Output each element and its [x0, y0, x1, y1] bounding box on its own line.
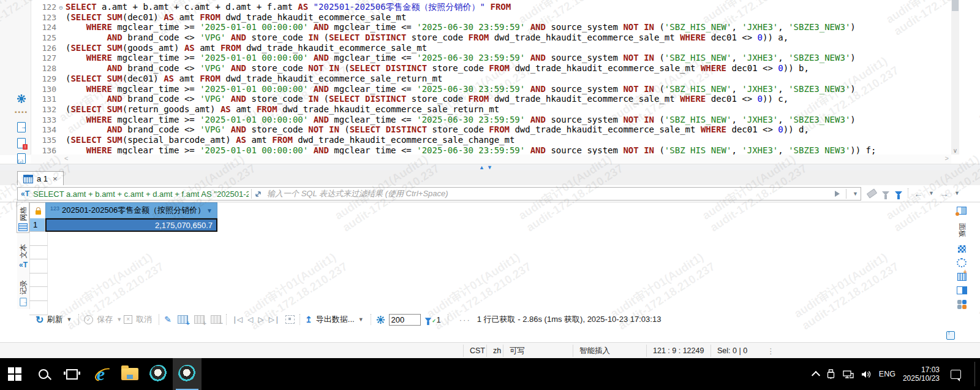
editor-left-toolbar: ▪▪▪▪	[0, 0, 31, 155]
go-to-row-icon[interactable]	[285, 315, 295, 324]
memory-status-icon[interactable]	[946, 331, 955, 340]
back-caret-icon[interactable]: ▼	[929, 190, 934, 196]
divider	[251, 189, 252, 199]
next-row-icon[interactable]: ▷	[258, 315, 263, 324]
record-view-label: 记录	[18, 280, 29, 294]
forward-arrow-icon[interactable]: →	[940, 188, 949, 199]
grid-empty-row	[29, 259, 48, 273]
editor-vertical-scrollbar[interactable]: ∨	[951, 0, 959, 155]
line-number: 132	[31, 105, 56, 115]
add-row-icon[interactable]	[178, 315, 188, 324]
sql-code-area[interactable]: 122⊖SELECT a.amt + b.amt + c.amt + d.amt…	[31, 2, 951, 155]
status-bar: CST zh 可写 智能插入 121 : 9 : 12249 Sel: 0 | …	[0, 342, 980, 359]
first-row-icon[interactable]: ❘◁	[232, 315, 242, 324]
scroll-down-icon[interactable]: ∨	[951, 147, 959, 155]
export-caret-icon[interactable]: ▼	[358, 316, 364, 323]
execute-script-icon[interactable]	[16, 121, 27, 132]
divider	[448, 314, 448, 325]
search-button[interactable]	[29, 358, 58, 390]
line-number: 122	[31, 2, 56, 13]
start-button[interactable]	[0, 358, 29, 390]
grid-column-header[interactable]: 123 202501-202506零售金额（按照分销价） ▼	[45, 202, 217, 218]
fetch-settings-gear-icon[interactable]	[376, 315, 385, 324]
internet-explorer-button[interactable]: e	[86, 358, 115, 390]
tray-expand-icon[interactable]	[812, 370, 820, 379]
sql-expression-icon: «T	[21, 189, 29, 198]
line-number: 135	[31, 136, 56, 146]
export-data-button[interactable]: 导出数据...	[316, 314, 355, 325]
dbeaver-button[interactable]	[144, 358, 173, 390]
script-error-icon[interactable]	[16, 137, 27, 148]
save-caret-icon[interactable]: ▼	[116, 316, 122, 323]
grid-row-header[interactable]: 1	[29, 218, 45, 232]
calc-panel-icon[interactable]	[957, 273, 967, 280]
last-row-icon[interactable]: ▷❘	[269, 315, 279, 324]
save-button[interactable]: 保存	[97, 314, 113, 325]
filter-settings-icon[interactable]	[882, 191, 889, 196]
clock[interactable]: 17:03 2025/10/23	[903, 365, 940, 383]
previous-row-icon[interactable]: ◁	[247, 315, 252, 324]
results-tab-a1[interactable]: a 1 ×	[17, 171, 64, 186]
tab-record-view[interactable]: 记录	[17, 277, 29, 307]
sql-editor[interactable]: ▪▪▪▪ 122⊖SELECT a.amt + b.amt + c.amt + …	[0, 0, 980, 164]
input-language-indicator[interactable]: ENG	[879, 370, 895, 378]
time: 17:03	[921, 365, 940, 374]
expand-icon[interactable]	[254, 190, 262, 198]
dbeaver-active-button[interactable]	[173, 358, 202, 390]
filter-input[interactable]: «T SELECT a.amt + b.amt + c.amt + d.amt …	[17, 187, 861, 201]
grid-corner-cell[interactable]	[29, 202, 47, 220]
back-arrow-icon[interactable]: ←	[914, 188, 923, 199]
code-line: 122⊖SELECT a.amt + b.amt + c.amt + d.amt…	[31, 2, 951, 12]
metadata-panel-icon[interactable]	[957, 286, 967, 294]
delete-row-icon[interactable]	[211, 315, 221, 324]
fetch-size-input[interactable]	[389, 314, 421, 326]
tab-text-view[interactable]: 文本 «T	[17, 241, 29, 269]
value-view-icon[interactable]	[958, 245, 966, 253]
writable-cell: 可写	[503, 345, 573, 357]
close-icon[interactable]: ×	[53, 174, 58, 183]
forward-caret-icon[interactable]: ▼	[954, 190, 960, 196]
speaker-icon[interactable]	[861, 370, 872, 379]
filter-history-caret-icon[interactable]: ▼	[853, 191, 858, 197]
cancel-button[interactable]: 取消	[136, 314, 152, 325]
statusbar-overflow-icon[interactable]: ⋮	[767, 346, 775, 356]
file-explorer-button[interactable]	[115, 358, 144, 390]
results-tabbar: a 1 ×	[0, 170, 980, 186]
fetch-all-funnel-icon[interactable]	[424, 318, 431, 321]
dbeaver-sql-editor-screen: ▪▪▪▪ 122⊖SELECT a.amt + b.amt + c.amt + …	[0, 0, 980, 390]
cursor-position-cell[interactable]: 121 : 9 : 12249	[646, 345, 710, 357]
folder-icon	[121, 368, 138, 380]
tab-grid-view[interactable]: 网格	[17, 202, 29, 233]
text-view-label: 文本	[18, 243, 29, 258]
action-center-icon[interactable]	[951, 370, 961, 379]
grid-value-cell[interactable]: 2,175,070,650.7	[45, 218, 217, 232]
refresh-icon[interactable]: ↻	[36, 314, 43, 326]
gear-icon[interactable]	[16, 93, 27, 104]
clear-filter-icon[interactable]	[867, 188, 877, 198]
script-record-icon[interactable]	[16, 153, 27, 164]
grid-empty-row	[29, 232, 48, 246]
refresh-button[interactable]: 刷新	[47, 314, 62, 325]
scrollbar-thumb[interactable]	[952, 0, 959, 11]
filter-expression-text: SELECT a.amt + b.amt + c.amt + d.amt + f…	[33, 189, 249, 199]
panels-icon[interactable]	[957, 207, 967, 215]
references-icon[interactable]	[957, 258, 967, 267]
edit-value-icon[interactable]: ✎	[164, 315, 172, 324]
scroll-left-icon[interactable]: <	[64, 155, 68, 162]
task-view-button[interactable]	[58, 358, 86, 390]
line-number: 127	[31, 53, 56, 64]
editor-horizontal-scrollbar[interactable]: < >	[31, 155, 951, 164]
usb-icon[interactable]	[826, 369, 835, 379]
duplicate-row-icon[interactable]	[194, 315, 205, 324]
chevron-down-icon[interactable]: ▼	[206, 207, 213, 214]
show-desktop-divider[interactable]	[974, 362, 975, 386]
line-number: 134	[31, 125, 56, 136]
splitter-collapse-icons[interactable]: ▲▼	[479, 164, 495, 170]
overflow-dots-icon[interactable]: ···	[459, 315, 471, 324]
filter-icon[interactable]	[895, 191, 902, 196]
network-icon[interactable]	[843, 370, 854, 379]
aggregate-panel-icon[interactable]	[957, 300, 967, 309]
refresh-caret-icon[interactable]: ▼	[66, 316, 72, 323]
apply-filter-icon[interactable]	[835, 191, 840, 197]
scroll-right-icon[interactable]: >	[945, 155, 949, 162]
